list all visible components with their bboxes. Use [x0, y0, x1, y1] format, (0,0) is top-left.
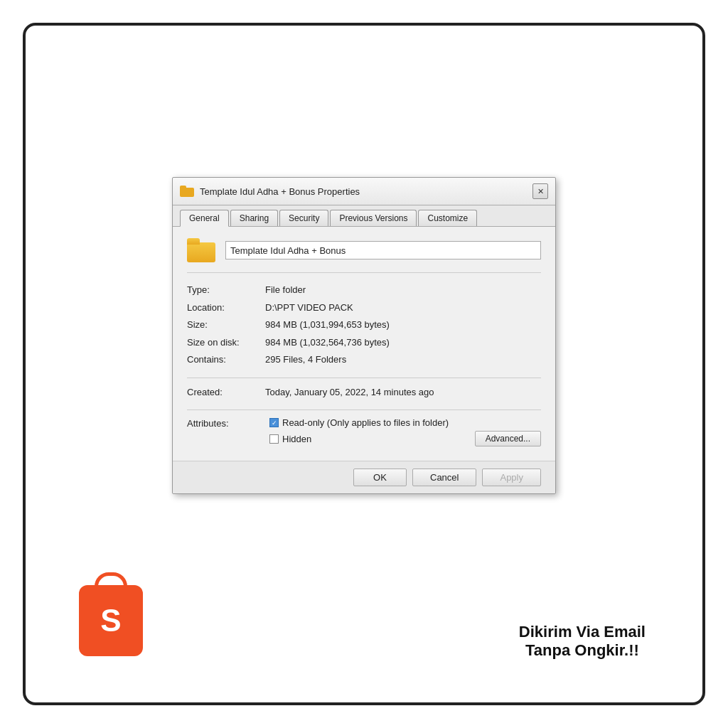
- prop-label-sizeondisk: Size on disk:: [187, 336, 265, 350]
- prop-row-contains: Contains: 295 Files, 4 Folders: [187, 353, 541, 367]
- promo-line2: Tanpa Ongkir.!!: [519, 641, 646, 660]
- created-section: Created: Today, January 05, 2022, 14 min…: [187, 385, 541, 411]
- tab-sharing[interactable]: Sharing: [230, 210, 278, 226]
- prop-label-type: Type:: [187, 283, 265, 297]
- tab-bar: General Sharing Security Previous Versio…: [173, 205, 555, 227]
- readonly-row: Read-only (Only applies to files in fold…: [269, 417, 541, 428]
- tab-customize[interactable]: Customize: [418, 210, 477, 226]
- readonly-checkbox-wrapper[interactable]: Read-only (Only applies to files in fold…: [269, 417, 449, 428]
- close-button[interactable]: ✕: [532, 183, 548, 199]
- hidden-advanced-row: Hidden Advanced...: [269, 431, 541, 446]
- ok-button[interactable]: OK: [353, 469, 407, 486]
- shopee-badge: S: [75, 582, 146, 660]
- advanced-button[interactable]: Advanced...: [475, 431, 541, 446]
- prop-value-contains: 295 Files, 4 Folders: [265, 353, 346, 367]
- tab-security[interactable]: Security: [279, 210, 328, 226]
- prop-row-size: Size: 984 MB (1,031,994,653 bytes): [187, 318, 541, 332]
- hidden-label: Hidden: [282, 434, 311, 444]
- attributes-controls: Read-only (Only applies to files in fold…: [269, 417, 541, 446]
- dialog-footer: OK Cancel Apply: [173, 461, 555, 493]
- prop-label-contains: Contains:: [187, 353, 265, 367]
- tab-previous-versions[interactable]: Previous Versions: [330, 210, 417, 226]
- hidden-checkbox-wrapper[interactable]: Hidden: [269, 434, 311, 444]
- readonly-label: Read-only (Only applies to files in fold…: [282, 417, 449, 428]
- attributes-section: Attributes: Read-only (Only applies to f…: [187, 417, 541, 446]
- prop-value-location: D:\PPT VIDEO PACK: [265, 301, 353, 315]
- apply-button[interactable]: Apply: [482, 469, 541, 486]
- hidden-checkbox[interactable]: [269, 434, 279, 444]
- file-name-input[interactable]: [225, 241, 541, 259]
- prop-value-created: Today, January 05, 2022, 14 minutes ago: [265, 385, 434, 400]
- shopee-letter: S: [100, 603, 121, 638]
- file-header: [187, 238, 541, 273]
- dialog-content: Type: File folder Location: D:\PPT VIDEO…: [173, 227, 555, 461]
- page-wrapper: Template Idul Adha + Bonus Properties ✕ …: [23, 23, 705, 705]
- readonly-checkbox[interactable]: [269, 418, 279, 427]
- prop-label-size: Size:: [187, 318, 265, 332]
- prop-label-created: Created:: [187, 385, 265, 400]
- prop-value-sizeondisk: 984 MB (1,032,564,736 bytes): [265, 336, 390, 350]
- promo-line1: Dikirim Via Email: [519, 623, 646, 641]
- attributes-label: Attributes:: [187, 417, 265, 446]
- prop-row-sizeondisk: Size on disk: 984 MB (1,032,564,736 byte…: [187, 336, 541, 350]
- folder-icon-titlebar: [180, 186, 194, 197]
- prop-row-created: Created: Today, January 05, 2022, 14 min…: [187, 385, 541, 400]
- properties-section: Type: File folder Location: D:\PPT VIDEO…: [187, 283, 541, 378]
- prop-label-location: Location:: [187, 301, 265, 315]
- dialog-title-left: Template Idul Adha + Bonus Properties: [180, 186, 360, 197]
- prop-row-location: Location: D:\PPT VIDEO PACK: [187, 301, 541, 315]
- prop-value-type: File folder: [265, 283, 306, 297]
- dialog-titlebar: Template Idul Adha + Bonus Properties ✕: [173, 178, 555, 205]
- cancel-button[interactable]: Cancel: [412, 469, 476, 486]
- properties-dialog: Template Idul Adha + Bonus Properties ✕ …: [172, 177, 556, 494]
- folder-icon-large: [187, 238, 215, 262]
- prop-value-size: 984 MB (1,031,994,653 bytes): [265, 318, 390, 332]
- tab-general[interactable]: General: [180, 210, 229, 227]
- shopee-bag-icon: S: [79, 585, 143, 656]
- promo-text-block: Dikirim Via Email Tanpa Ongkir.!!: [519, 623, 646, 660]
- dialog-title-text: Template Idul Adha + Bonus Properties: [200, 186, 360, 197]
- prop-row-type: Type: File folder: [187, 283, 541, 297]
